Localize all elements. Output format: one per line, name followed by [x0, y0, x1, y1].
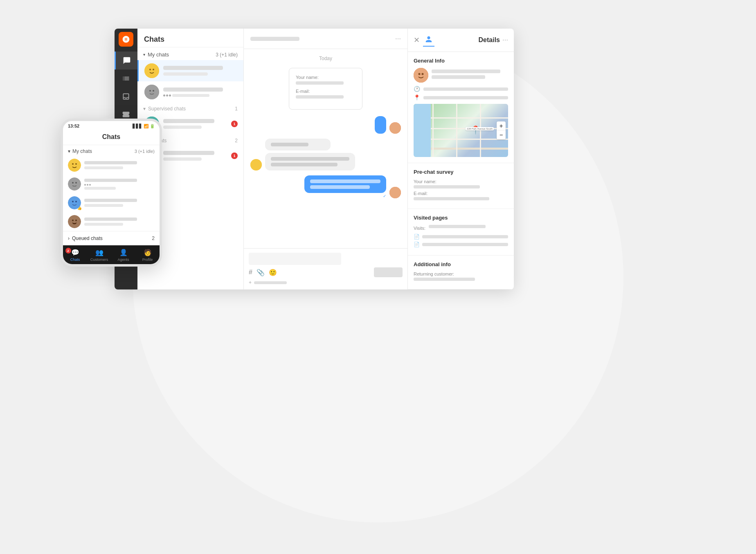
thumb-up-icon: 👍	[77, 206, 82, 210]
svg-point-27	[68, 215, 81, 228]
chat-main-header: ⋯	[244, 29, 407, 49]
phone-chat-item-3[interactable]: 👍	[63, 193, 160, 212]
survey-name-label: Your name:	[296, 75, 356, 80]
chat-contact-name	[250, 37, 299, 41]
map-road-v1	[432, 104, 434, 157]
chat-input-area: # 📎 🙂 +	[244, 248, 407, 289]
phone-nav-agents[interactable]: 👤 Agents	[111, 249, 135, 262]
phone-nav-profile-icon: 🧑	[144, 249, 152, 256]
wifi-icon: 📶	[144, 124, 148, 128]
svg-point-23	[75, 182, 77, 184]
phone-nav-agents-label: Agents	[117, 258, 129, 262]
dot-3	[169, 94, 171, 96]
phone-chat-item-2[interactable]	[63, 175, 160, 193]
general-info-title: General Info	[414, 58, 508, 64]
svg-point-25	[72, 201, 74, 202]
chat-item-4-preview	[163, 157, 202, 161]
phone-queued-count: 2	[152, 236, 155, 241]
chat-list-header: Chats	[137, 29, 243, 47]
user-profile-icon[interactable]	[423, 34, 434, 45]
supervised-section-header: ▾ Supervised chats 1	[137, 103, 243, 113]
phone-my-chats-label: My chats	[72, 148, 92, 154]
phone-chat-item-1[interactable]	[63, 156, 160, 175]
sidebar-item-chat[interactable]	[115, 52, 137, 70]
attachment-icon[interactable]: 📎	[256, 269, 265, 276]
chat-item-2-name	[163, 87, 223, 92]
map-road-v2	[456, 104, 457, 157]
phone-nav-customers-label: Customers	[90, 258, 108, 262]
message-read-check: ✓	[304, 194, 386, 198]
phone-chat-3-info	[84, 199, 155, 207]
app-logo[interactable]	[119, 32, 133, 47]
avatar-2	[144, 85, 159, 99]
svg-point-14	[389, 187, 401, 198]
chats-title: Chats	[144, 35, 164, 43]
my-chats-chevron[interactable]: ▾	[143, 52, 145, 57]
phone-chat-3-preview	[84, 204, 123, 207]
details-close-button[interactable]: ✕	[414, 36, 420, 45]
chat-item-3-info	[163, 119, 227, 129]
my-chats-label: My chats	[148, 52, 169, 58]
phone-nav-chats[interactable]: 💬 2 Chats	[63, 249, 87, 262]
phone-chat-4-info	[84, 218, 155, 226]
add-icon[interactable]: +	[249, 280, 252, 285]
sidebar-item-list[interactable]	[115, 70, 137, 87]
phone-queued-label-group[interactable]: › Queued chats	[68, 236, 103, 241]
phone-nav-profile[interactable]: 🧑 Profile	[135, 249, 160, 262]
supervised-count: 1	[235, 106, 238, 112]
phone-nav-profile-label: Profile	[142, 258, 153, 262]
phone-chevron[interactable]: ▾	[68, 148, 70, 154]
chat-item-1-preview	[163, 72, 208, 76]
emoji-icon[interactable]: 🙂	[269, 269, 277, 276]
phone-avatar-1	[68, 159, 81, 172]
sidebar-item-inbox[interactable]	[115, 87, 137, 105]
phone-queued-section: › Queued chats 2	[63, 231, 160, 245]
svg-point-21	[68, 177, 81, 191]
phone-chat-2-preview	[84, 187, 116, 190]
phone-nav-customers[interactable]: 👥 Customers	[87, 249, 111, 262]
chat-item-2-preview	[172, 94, 209, 97]
visited-pages-section: Visited pages Visits: 📄 📄	[408, 209, 514, 256]
details-more-button[interactable]: ⋯	[502, 37, 508, 43]
chat-item-4-name	[163, 151, 214, 155]
send-button[interactable]	[374, 267, 403, 277]
chat-item-1[interactable]	[137, 60, 243, 81]
details-top-icons	[423, 34, 434, 47]
svg-point-22	[72, 182, 74, 184]
phone-status-bar: 13:52 ▋▋▋ 📶 🔋	[63, 121, 160, 130]
supervised-label-group: ▾ Supervised chats	[143, 106, 186, 112]
svg-point-0	[144, 63, 159, 78]
message-sent-1	[250, 116, 401, 134]
svg-point-3	[144, 85, 159, 99]
visits-row: Visits:	[414, 225, 508, 231]
map-background: 📍 228 Park Avenue South + −	[414, 104, 508, 157]
chat-toolbar: # 📎 🙂	[249, 267, 403, 277]
details-header-left: ✕	[414, 34, 434, 47]
visited-page-1: 📄	[414, 234, 508, 240]
map-zoom-out[interactable]: −	[497, 130, 506, 139]
map-zoom-in[interactable]: +	[497, 121, 506, 130]
signal-icon: ▋▋▋	[133, 124, 142, 128]
phone-time: 13:52	[68, 123, 79, 128]
pre-chat-email-row: E-mail:	[414, 191, 508, 200]
chat-item-2[interactable]	[137, 81, 243, 103]
svg-point-5	[153, 90, 154, 92]
phone-chat-item-4[interactable]	[63, 212, 160, 231]
sent-bubble-group-2: ✓	[304, 175, 386, 198]
pre-chat-name-value	[414, 185, 480, 188]
chat-more-button[interactable]: ⋯	[395, 36, 401, 42]
clock-icon: 🕐	[414, 86, 420, 92]
svg-point-20	[75, 163, 77, 165]
phone-chat-1-preview	[84, 166, 123, 169]
chat-input-preview	[249, 253, 341, 265]
chat-item-4-badge: 1	[231, 153, 238, 159]
supervised-chevron[interactable]: ▾	[143, 106, 146, 112]
phone-queued-chevron[interactable]: ›	[68, 236, 70, 241]
sender-avatar-2	[389, 187, 401, 198]
pre-chat-email-label: E-mail:	[414, 191, 508, 196]
svg-point-12	[389, 122, 401, 134]
desktop-app: Chats ▾ My chats 3 (+1 idle)	[115, 29, 514, 289]
visits-label: Visits:	[414, 226, 425, 231]
phone-chat-4-preview	[84, 223, 123, 226]
hash-icon[interactable]: #	[249, 269, 252, 276]
